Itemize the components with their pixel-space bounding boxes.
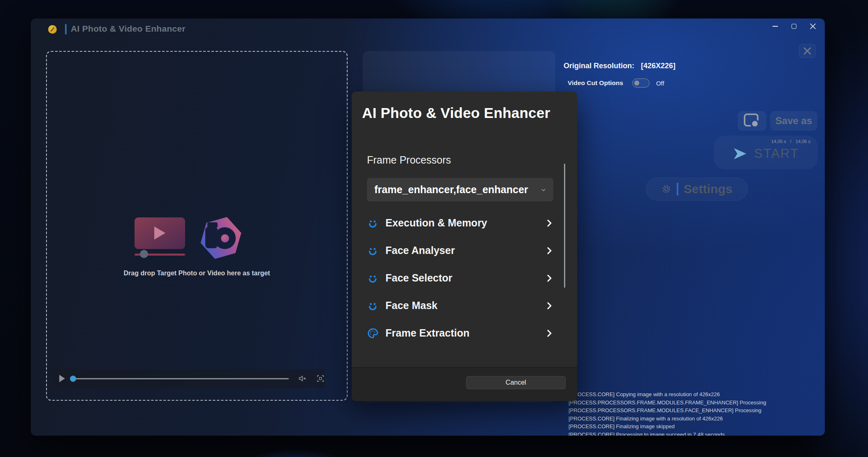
list-item-label: Face Selector <box>385 272 544 284</box>
log-line: [PROCESS.CORE] Copying image with a reso… <box>569 390 825 399</box>
smiley-icon <box>367 272 378 284</box>
chevron-right-icon <box>544 301 554 311</box>
list-item-label: Execution & Memory <box>385 217 544 229</box>
mute-icon <box>298 374 307 383</box>
target-dropzone[interactable]: Drag drop Target Photo or Video here as … <box>46 51 348 401</box>
pencil-icon <box>50 27 55 32</box>
cancel-button[interactable]: Cancel <box>466 376 566 389</box>
save-as-button[interactable]: Save as <box>770 111 817 131</box>
log-line: [PROCESS.PROCESSORS.FRAME.MODULES.FACE_E… <box>569 406 825 415</box>
start-arrow-icon <box>733 146 747 161</box>
video-placeholder-icon <box>135 217 185 249</box>
minimize-icon <box>773 26 778 27</box>
video-player-bar <box>52 369 325 388</box>
chevron-right-icon <box>544 328 554 338</box>
video-cut-options-row: Video Cut Options Off <box>568 78 664 88</box>
play-triangle-icon <box>154 226 165 240</box>
original-resolution-row: Original Resolution: [426X226] <box>564 62 675 70</box>
titlebar: AI Photo & Video Enhancer <box>31 18 825 36</box>
gear-icon <box>661 184 671 194</box>
dialog-title: AI Photo & Video Enhancer <box>362 105 550 121</box>
time-total: 14,06 s <box>796 139 810 144</box>
app-window: AI Photo & Video Enhancer <box>31 18 825 436</box>
toggle-knob <box>634 81 639 85</box>
mute-button[interactable] <box>298 374 307 383</box>
dropzone-caption: Drag drop Target Photo or Video here as … <box>47 270 347 277</box>
player-play-button[interactable] <box>59 375 65 382</box>
start-button[interactable]: 14,05 s / 14,06 s START <box>714 136 818 169</box>
save-target-button[interactable] <box>738 111 766 131</box>
list-item-face-analyser[interactable]: Face Analyser <box>367 237 554 264</box>
list-item-label: Frame Extraction <box>385 327 544 339</box>
panel-close-button[interactable] <box>799 44 816 58</box>
settings-accent-bar <box>677 182 678 196</box>
camera-lens <box>221 234 229 242</box>
process-log: [PROCESS.CORE] Copying image with a reso… <box>569 390 825 436</box>
save-as-label: Save as <box>775 115 812 127</box>
panel-close-icon <box>799 44 815 58</box>
close-button[interactable] <box>808 22 817 31</box>
list-item-label: Face Analyser <box>385 245 544 256</box>
smiley-icon <box>367 217 378 229</box>
smiley-icon <box>367 245 378 256</box>
time-elapsed: 14,05 s <box>771 139 786 144</box>
window-controls <box>771 22 817 31</box>
dropdown-value: frame_enhancer,face_enhancer <box>374 184 528 196</box>
list-item-label: Face Mask <box>385 300 544 312</box>
dropzone-illustration: Drag drop Target Photo or Video here as … <box>47 52 347 400</box>
log-line: [PROCESS.CORE] Finalizing image with a r… <box>569 415 825 423</box>
window-person-icon <box>738 111 766 131</box>
minimize-button[interactable] <box>771 22 780 31</box>
log-line: [PROCESS.CORE] Finalizing image skipped <box>569 422 825 431</box>
video-cut-toggle[interactable] <box>632 78 650 88</box>
app-title: AI Photo & Video Enhancer <box>71 24 186 34</box>
fullscreen-button[interactable] <box>316 374 325 383</box>
close-icon <box>808 22 817 31</box>
log-line: [PROCESS.CORE] Processing to image succe… <box>569 431 825 436</box>
original-resolution-value: [426X226] <box>641 62 675 70</box>
list-item-frame-extraction[interactable]: Frame Extraction <box>367 319 554 347</box>
processor-settings-list: Execution & Memory Face Analyser Face Se… <box>367 209 554 347</box>
video-knob-decoration <box>140 250 148 258</box>
original-resolution-label: Original Resolution: <box>564 62 634 70</box>
frame-processors-label: Frame Processors <box>367 154 451 166</box>
settings-button[interactable]: Settings <box>646 178 748 201</box>
chevron-down-icon <box>540 187 547 193</box>
chevron-right-icon <box>544 273 554 283</box>
desktop: AI Photo & Video Enhancer <box>0 0 868 457</box>
list-item-face-mask[interactable]: Face Mask <box>367 292 554 319</box>
title-accent-bar <box>65 24 67 35</box>
fullscreen-icon <box>316 374 325 383</box>
app-logo-icon <box>48 25 57 34</box>
video-cut-options-label: Video Cut Options <box>568 79 623 87</box>
palette-icon <box>367 328 378 339</box>
start-row: START <box>714 146 818 161</box>
chevron-right-icon <box>544 246 554 256</box>
list-item-face-selector[interactable]: Face Selector <box>367 264 554 292</box>
video-cut-state: Off <box>656 80 664 87</box>
settings-label: Settings <box>684 182 732 196</box>
smiley-icon <box>367 300 378 312</box>
processing-time: 14,05 s / 14,06 s <box>771 139 810 144</box>
dialog-footer: Cancel <box>352 367 577 401</box>
frame-processors-dialog: AI Photo & Video Enhancer Frame Processo… <box>352 92 577 401</box>
start-label: START <box>754 146 799 161</box>
cancel-label: Cancel <box>506 379 526 386</box>
list-item-execution-memory[interactable]: Execution & Memory <box>367 209 554 237</box>
dialog-scrollbar[interactable] <box>564 164 565 288</box>
maximize-icon <box>791 24 796 29</box>
time-separator: / <box>790 139 791 144</box>
log-line: [PROCESS.PROCESSORS.FRAME.MODULES.FRAME_… <box>569 399 825 407</box>
frame-processors-dropdown[interactable]: frame_enhancer,face_enhancer <box>367 178 553 201</box>
camera-placeholder-icon <box>201 216 241 260</box>
player-seek-track[interactable] <box>75 378 289 379</box>
maximize-button[interactable] <box>789 22 798 31</box>
chevron-right-icon <box>544 218 554 228</box>
